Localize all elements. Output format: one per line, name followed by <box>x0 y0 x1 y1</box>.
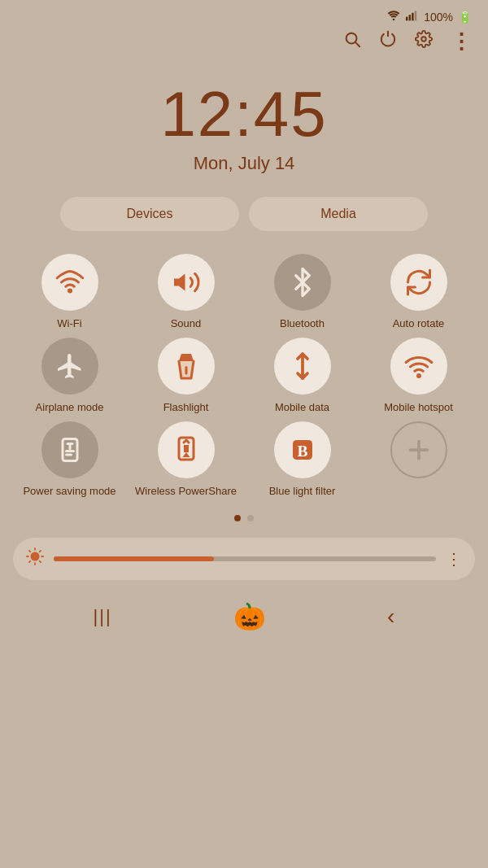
settings-icon[interactable] <box>415 30 433 53</box>
flashlight-toggle[interactable]: Flashlight <box>129 338 242 415</box>
bottom-nav: ||| 🎃 ‹ <box>0 588 488 648</box>
svg-line-23 <box>40 561 41 562</box>
bluelight-label: Blue light filter <box>269 485 336 499</box>
autorotate-toggle[interactable]: Auto rotate <box>362 254 475 331</box>
svg-point-0 <box>393 19 394 20</box>
hotspot-label: Mobile hotspot <box>384 401 453 415</box>
quick-settings-grid: Wi-Fi Sound Bluetooth <box>0 239 488 507</box>
clock-date: Mon, July 14 <box>0 153 488 174</box>
signal-icon <box>406 10 419 24</box>
autorotate-circle <box>390 254 447 311</box>
airplane-circle <box>41 338 98 395</box>
svg-point-12 <box>417 374 420 377</box>
brightness-fill <box>54 556 214 561</box>
dot-2 <box>247 515 254 521</box>
devices-tab[interactable]: Devices <box>60 197 239 231</box>
back-icon[interactable]: ‹ <box>387 604 394 630</box>
svg-point-7 <box>421 37 426 41</box>
powersaving-label: Power saving mode <box>23 485 115 499</box>
brightness-row[interactable]: ⋮ <box>13 538 475 580</box>
add-circle <box>390 421 447 478</box>
battery-status: 100% <box>424 11 453 24</box>
recent-apps-icon[interactable]: ||| <box>94 606 112 627</box>
sound-circle <box>158 254 215 311</box>
brightness-track[interactable] <box>54 556 436 561</box>
mobiledata-toggle[interactable]: Mobile data <box>246 338 359 415</box>
wifi-icon <box>386 10 401 24</box>
flashlight-circle <box>158 338 215 395</box>
svg-text:B: B <box>297 442 307 459</box>
hotspot-circle <box>390 338 447 395</box>
wifi-toggle[interactable]: Wi-Fi <box>13 254 126 331</box>
clock-time: 12:45 <box>0 77 488 151</box>
svg-rect-3 <box>412 13 413 21</box>
power-icon[interactable] <box>379 30 397 53</box>
brightness-icon <box>26 547 44 570</box>
powershare-circle <box>158 421 215 478</box>
svg-line-26 <box>29 561 30 562</box>
powersaving-circle <box>41 421 98 478</box>
home-icon[interactable]: 🎃 <box>233 601 266 632</box>
svg-line-22 <box>29 551 30 552</box>
svg-rect-4 <box>415 11 416 20</box>
brightness-more-icon[interactable]: ⋮ <box>446 549 462 569</box>
status-bar: 100% 🔋 <box>0 0 488 27</box>
bluetooth-toggle[interactable]: Bluetooth <box>246 254 359 331</box>
add-tile[interactable] <box>362 421 475 499</box>
top-icons-row: ⋮ <box>0 27 488 61</box>
flashlight-label: Flashlight <box>163 401 209 415</box>
airplane-toggle[interactable]: Airplane mode <box>13 338 126 415</box>
svg-rect-1 <box>406 17 407 21</box>
svg-line-6 <box>355 42 359 46</box>
clock-section: 12:45 Mon, July 14 <box>0 61 488 182</box>
sound-label: Sound <box>171 317 202 331</box>
search-icon[interactable] <box>343 30 361 53</box>
dot-1 <box>234 515 241 521</box>
bluetooth-label: Bluetooth <box>280 317 325 331</box>
wifi-label: Wi-Fi <box>57 317 81 331</box>
more-icon[interactable]: ⋮ <box>451 31 472 52</box>
svg-point-8 <box>68 290 71 292</box>
svg-point-19 <box>31 552 38 560</box>
bluelight-circle: B <box>274 421 331 478</box>
bluetooth-circle <box>274 254 331 311</box>
svg-line-27 <box>40 551 41 552</box>
airplane-label: Airplane mode <box>36 401 104 415</box>
wifi-circle <box>41 254 98 311</box>
mobiledata-circle <box>274 338 331 395</box>
powershare-label: Wireless PowerShare <box>135 485 237 499</box>
mobiledata-label: Mobile data <box>275 401 329 415</box>
powershare-toggle[interactable]: Wireless PowerShare <box>129 421 242 499</box>
battery-icon: 🔋 <box>458 11 472 24</box>
hotspot-toggle[interactable]: Mobile hotspot <box>362 338 475 415</box>
svg-marker-9 <box>174 274 185 291</box>
autorotate-label: Auto rotate <box>393 317 445 331</box>
sound-toggle[interactable]: Sound <box>129 254 242 331</box>
media-tab[interactable]: Media <box>249 197 428 231</box>
tabs-row: Devices Media <box>0 182 488 239</box>
svg-rect-2 <box>409 15 411 20</box>
bluelight-toggle[interactable]: B Blue light filter <box>246 421 359 499</box>
pagination-dots <box>0 507 488 533</box>
powersaving-toggle[interactable]: Power saving mode <box>13 421 126 499</box>
